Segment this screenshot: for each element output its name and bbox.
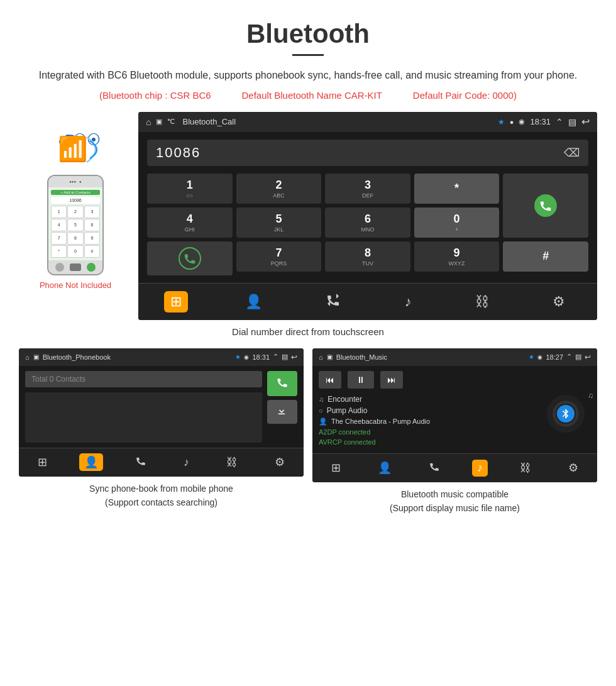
contact-list-area <box>25 392 262 443</box>
ms-expand-icon: ⌃ <box>566 353 572 361</box>
key-2-label: 2 <box>275 179 282 192</box>
dial-number: 10086 <box>156 145 201 161</box>
pb-nav-music[interactable]: ♪ <box>179 454 194 471</box>
phone-call-btn <box>87 263 96 272</box>
music-screen: ⌂ ▣ Bluetooth_Music ★ ◉ 18:27 ⌃ ▤ ↩ ⏮ ⏸ <box>312 348 597 482</box>
recall-icon <box>179 247 201 270</box>
ms-nav-contacts[interactable]: 👤 <box>373 459 397 477</box>
nav-settings-icon[interactable]: ⚙ <box>546 291 571 313</box>
key-5-label: 5 <box>275 213 282 226</box>
phone-key-1: 1 <box>51 206 67 218</box>
expand-icon: ⌃ <box>556 117 563 127</box>
key-8-sub: TUV <box>362 260 373 267</box>
key-7-label: 7 <box>275 246 282 260</box>
music-caption: Bluetooth music compatible(Support displ… <box>312 487 597 516</box>
contact-search-bar[interactable]: Total 0 Contacts <box>25 371 262 387</box>
phone-not-included-label: Phone Not Included <box>40 280 111 290</box>
call-button[interactable] <box>503 174 588 238</box>
pb-display-icon: ▣ <box>33 353 39 360</box>
nav-link-icon[interactable]: ⛓ <box>469 291 495 313</box>
key-star-button[interactable]: * <box>414 174 500 204</box>
nav-dialpad-icon[interactable]: ⊞ <box>164 291 188 313</box>
album-line: ○ Pump Audio <box>319 406 541 415</box>
music-item: ⌂ ▣ Bluetooth_Music ★ ◉ 18:27 ⌃ ▤ ↩ ⏮ ⏸ <box>312 348 597 516</box>
pb-nav-contacts[interactable]: 👤 <box>79 453 103 471</box>
bluetooth-signal-icon: ʘ ❀ ⦿⦿ 📶 <box>50 131 101 169</box>
key-7-button[interactable]: 7 PQRS <box>236 241 322 272</box>
phone-number-display: 10086 <box>51 197 100 204</box>
key-4-button[interactable]: 4 GHI <box>147 207 233 238</box>
music-status-bar: ⌂ ▣ Bluetooth_Music ★ ◉ 18:27 ⌃ ▤ ↩ <box>312 348 597 366</box>
avrcp-label: AVRCP connected <box>319 438 376 446</box>
phonebook-status-bar: ⌂ ▣ Bluetooth_Phonebook ★ ◉ 18:31 ⌃ ▤ ↩ <box>19 348 304 366</box>
ms-display-icon: ▣ <box>327 353 333 360</box>
pb-nav-link[interactable]: ⛓ <box>221 454 243 471</box>
phonebook-layout: Total 0 Contacts <box>25 371 297 443</box>
status-bar-right: ★ ● ◉ 18:31 ⌃ ▤ ↩ <box>498 116 590 128</box>
key-8-button[interactable]: 8 TUV <box>325 241 410 272</box>
key-2-button[interactable]: 2 ABC <box>236 174 322 204</box>
play-pause-button[interactable]: ⏸ <box>348 371 374 389</box>
phonebook-call-button[interactable] <box>267 371 297 396</box>
ms-back-icon: ↩ <box>585 353 591 362</box>
ms-nav-link[interactable]: ⛓ <box>515 460 536 477</box>
phonebook-content: Total 0 Contacts <box>19 366 304 448</box>
nav-music-icon[interactable]: ♪ <box>399 291 418 313</box>
phonebook-action-buttons <box>267 371 297 443</box>
backspace-button[interactable]: ⌫ <box>564 146 580 160</box>
a2dp-status: A2DP connected <box>319 428 541 436</box>
ms-nav-transfer[interactable] <box>424 459 445 477</box>
phone-add-contact: + Add to Contacts <box>51 190 100 195</box>
phonebook-download-button[interactable] <box>267 400 297 424</box>
contact-count-label: Total 0 Contacts <box>31 375 85 384</box>
avrcp-status: AVRCP connected <box>319 438 541 446</box>
key-9-button[interactable]: 9 WXYZ <box>414 241 500 272</box>
ms-nav-music[interactable]: ♪ <box>472 460 488 477</box>
chip-info: (Bluetooth chip : CSR BC6 Default Blueto… <box>0 90 616 101</box>
pb-menu-icon: ▤ <box>282 353 288 361</box>
key-3-button[interactable]: 3 DEF <box>325 174 410 204</box>
key-9-label: 9 <box>454 246 460 260</box>
chip-label: (Bluetooth chip : CSR BC6 <box>99 90 211 101</box>
ms-nav-dialpad[interactable]: ⊞ <box>326 459 346 477</box>
car-call-screen-wrap: ⌂ ▣ ℃ Bluetooth_Call ★ ● ◉ 18:31 ⌃ ▤ ↩ <box>138 112 597 320</box>
pb-nav-transfer[interactable] <box>130 453 151 472</box>
status-bar-left: ⌂ ▣ ℃ Bluetooth_Call <box>146 117 236 127</box>
nav-transfer-icon[interactable] <box>319 290 347 314</box>
key-0-label: 0 <box>454 213 460 226</box>
key-1-sub: ○○ <box>186 192 193 199</box>
pb-nav-dialpad[interactable]: ⊞ <box>33 453 52 471</box>
display-icon: ▣ <box>156 118 162 126</box>
key-8-label: 8 <box>365 246 371 260</box>
key-6-button[interactable]: 6 MNO <box>325 207 410 238</box>
page-title: Bluetooth <box>0 0 616 54</box>
music-info-vinyl: ♫ Encounter ○ Pump Audio 👤 The Cheebacab… <box>319 395 591 448</box>
ms-time: 18:27 <box>546 353 563 361</box>
prev-track-button[interactable]: ⏮ <box>319 371 341 389</box>
key-4-sub: GHI <box>185 226 195 233</box>
call-green-icon <box>534 194 557 217</box>
key-hash-label: # <box>542 250 549 263</box>
phone-bottom-bar <box>48 260 102 274</box>
dial-input-display: 10086 ⌫ <box>147 140 588 166</box>
phone-key-5: 5 <box>67 219 83 231</box>
recall-button[interactable] <box>147 241 233 275</box>
pb-nav-settings[interactable]: ⚙ <box>270 453 290 471</box>
ms-menu-icon: ▤ <box>575 353 581 361</box>
ms-nav-settings[interactable]: ⚙ <box>563 459 583 477</box>
key-1-label: 1 <box>187 179 193 192</box>
bt-status-icon: ★ <box>498 118 505 126</box>
next-track-button[interactable]: ⏭ <box>380 371 403 389</box>
key-hash-button[interactable]: # <box>503 241 588 272</box>
key-9-sub: WXYZ <box>449 260 465 267</box>
nav-contacts-icon[interactable]: 👤 <box>239 291 268 313</box>
phone-key-4: 4 <box>51 219 67 231</box>
key-1-button[interactable]: 1 ○○ <box>147 174 233 204</box>
vinyl-disc <box>547 395 585 433</box>
key-0-button[interactable]: 0 + <box>414 207 500 238</box>
pb-home-icon: ⌂ <box>25 353 30 361</box>
code-label: Default Pair Code: 0000) <box>413 90 517 101</box>
key-5-button[interactable]: 5 JKL <box>236 207 322 238</box>
phone-side: ʘ ❀ ⦿⦿ 📶 ●●● ● + Add to Contacts 10086 <box>19 112 132 290</box>
phone-key-2: 2 <box>67 206 83 218</box>
